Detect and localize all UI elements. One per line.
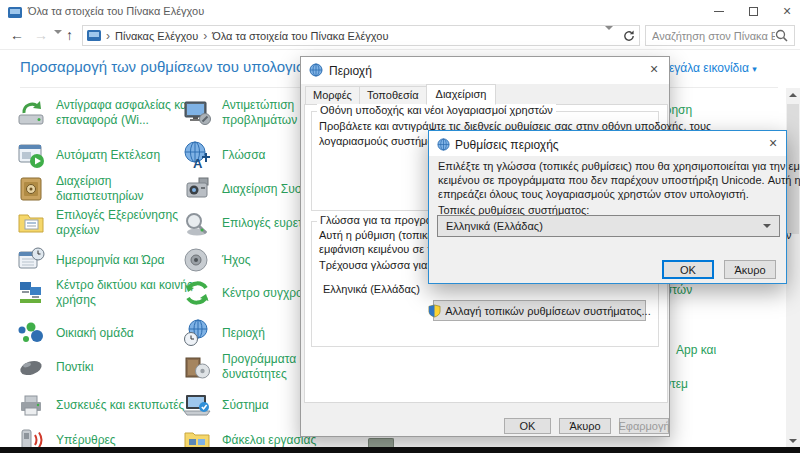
history-dropdown-button[interactable]: [54, 34, 62, 52]
control-panel-item[interactable]: AΓλώσσα: [182, 138, 266, 172]
date-time-icon: [16, 245, 46, 275]
svg-text:A: A: [193, 156, 203, 170]
maximize-button[interactable]: [737, 0, 769, 22]
autoplay-icon: [16, 140, 46, 170]
file-explorer-options-icon: [16, 208, 46, 238]
up-button[interactable]: ↑: [66, 28, 73, 42]
taskbar-edge: [0, 447, 800, 453]
network-sharing-center-icon: [16, 278, 46, 308]
programs-features-icon: [182, 352, 212, 382]
refresh-icon: [623, 30, 635, 42]
window-titlebar: Όλα τα στοιχεία του Πίνακα Ελέγχου ×: [0, 0, 800, 22]
sync-center-icon: [182, 278, 212, 308]
search-icon: [775, 29, 788, 42]
vertical-scrollbar[interactable]: [786, 88, 800, 447]
address-bar[interactable]: › Πίνακας Ελέγχου › Όλα τα στοιχεία του …: [82, 25, 640, 46]
tab-location[interactable]: Τοποθεσία: [359, 86, 427, 105]
partially-visible-item-icon: [368, 438, 394, 447]
search-placeholder: Αναζήτηση στον Πίνακα Ελέγ...: [652, 30, 775, 42]
control-panel-item[interactable]: Κέντρο δικτύου και κοινήςχρήσης: [16, 276, 193, 310]
chevron-down-icon: [605, 26, 613, 42]
region-dialog-tabs: Μορφές Τοποθεσία Διαχείριση: [305, 87, 495, 105]
system-locale-dropdown[interactable]: Ελληνικά (Ελλάδας): [437, 215, 780, 237]
control-panel-item-label: Διαχείρισηδιαπιστευτηρίων: [56, 174, 144, 204]
region-dialog-close-button[interactable]: ×: [641, 58, 667, 80]
control-panel-item[interactable]: Συσκευές και εκτυπωτές: [16, 388, 184, 422]
cancel-button[interactable]: Άκυρο: [724, 260, 776, 279]
control-panel-item-label[interactable]: App και: [676, 343, 716, 357]
globe-icon: [437, 137, 450, 155]
scroll-up-button[interactable]: [786, 88, 800, 101]
region-settings-dialog: Ρυθμίσεις περιοχής × Επιλέξτε τη γλώσσα …: [428, 130, 787, 284]
search-input[interactable]: Αναζήτηση στον Πίνακα Ελέγ...: [645, 25, 795, 46]
control-panel-item[interactable]: Διαχείρισηδιαπιστευτηρίων: [16, 172, 144, 206]
control-panel-item[interactable]: Οικιακή ομάδα: [16, 316, 134, 350]
tab-formats[interactable]: Μορφές: [305, 86, 360, 105]
control-panel-item[interactable]: Αντίγραφα ασφαλείας καιεπαναφορά (Wi...: [16, 96, 190, 130]
system-locale-value: Ελληνικά (Ελλάδας): [446, 220, 543, 232]
backup-restore-icon: [16, 98, 46, 128]
close-icon: ×: [650, 61, 658, 77]
control-panel-item[interactable]: Σύστημα: [182, 388, 269, 422]
uac-shield-icon: [428, 304, 441, 318]
ok-button[interactable]: OK: [662, 260, 714, 279]
breadcrumb-separator-icon: ›: [106, 29, 110, 43]
homegroup-icon: [16, 318, 46, 348]
control-panel-item[interactable]: Αντιμετώπισηπροβλημάτων: [182, 96, 297, 130]
sound-icon: [182, 245, 212, 275]
breadcrumb-current[interactable]: Όλα τα στοιχεία του Πίνακα Ελέγχου: [212, 30, 388, 42]
control-panel-item[interactable]: Επιλογές Εξερεύνησηςαρχείων: [16, 206, 178, 240]
control-panel-item-label: Ποντίκι: [56, 360, 93, 375]
chevron-down-icon: [54, 30, 62, 51]
minimize-button[interactable]: [703, 0, 735, 22]
change-system-locale-label: Αλλαγή τοπικών ρυθμίσεων συστήματος...: [445, 305, 650, 317]
minimize-icon: [714, 11, 724, 12]
control-panel-item[interactable]: Αυτόματη Εκτέλεση: [16, 138, 160, 172]
address-dropdown-button[interactable]: [605, 30, 613, 42]
chevron-down-icon: ▾: [752, 64, 757, 74]
current-language-value: Ελληνικά (Ελλάδας): [323, 283, 420, 295]
control-panel-item-label: Περιοχή: [222, 326, 265, 341]
control-panel-item[interactable]: Προγράμματα καιδυνατότητες: [182, 350, 315, 384]
region-dialog-titlebar: Περιοχή ×: [301, 57, 669, 84]
breadcrumb-root[interactable]: Πίνακας Ελέγχου: [115, 30, 198, 42]
settings-text-line2: κειμένου σε προγράμματα που δεν παρέχουν…: [438, 174, 800, 186]
close-button[interactable]: ×: [771, 0, 800, 22]
maximize-icon: [749, 7, 758, 16]
control-panel-item-label: Γλώσσα: [222, 148, 266, 163]
scroll-down-button[interactable]: [786, 434, 800, 447]
region-icon: [182, 318, 212, 348]
settings-dialog-close-button[interactable]: ×: [760, 132, 786, 154]
control-panel-icon: [8, 5, 22, 23]
control-panel-item[interactable]: Περιοχή: [182, 316, 265, 350]
control-panel-item-label: Οικιακή ομάδα: [56, 326, 134, 341]
settings-text-line3: επηρεάζει όλους τους λογαριασμούς χρηστώ…: [438, 188, 749, 200]
forward-button[interactable]: →: [34, 28, 48, 42]
breadcrumb-separator-icon: ›: [203, 29, 207, 43]
refresh-button[interactable]: [623, 30, 635, 42]
troubleshooting-icon: [182, 98, 212, 128]
indexing-options-icon: [182, 208, 212, 238]
control-panel-item[interactable]: Ήχος: [182, 243, 251, 277]
control-panel-item-label: Αυτόματη Εκτέλεση: [56, 148, 160, 163]
globe-icon: [309, 63, 323, 81]
control-panel-item[interactable]: Ημερομηνία και Ώρα: [16, 243, 165, 277]
window-title: Όλα τα στοιχεία του Πίνακα Ελέγχου: [28, 5, 204, 17]
view-by-dropdown[interactable]: Μεγάλα εικονίδια ▾: [659, 61, 757, 75]
navigation-toolbar: ← → ↑ › Πίνακας Ελέγχου › Όλα τα στοιχεί…: [0, 22, 800, 50]
chevron-down-icon: [763, 224, 771, 228]
apply-button[interactable]: Εφαρμογή: [619, 418, 669, 434]
change-system-locale-button[interactable]: Αλλαγή τοπικών ρυθμίσεων συστήματος...: [433, 300, 646, 321]
devices-printers-icon: [16, 390, 46, 420]
tab-administrative[interactable]: Διαχείριση: [426, 84, 497, 105]
back-button[interactable]: ←: [10, 28, 24, 42]
ok-button[interactable]: OK: [504, 418, 551, 434]
cancel-button[interactable]: Άκυρο: [559, 418, 611, 434]
control-panel-item-label: Κέντρο δικτύου και κοινήςχρήσης: [56, 278, 193, 308]
control-panel-item[interactable]: Ποντίκι: [16, 350, 93, 384]
system-icon: [182, 390, 212, 420]
device-manager-icon: [182, 174, 212, 204]
credential-manager-icon: [16, 174, 46, 204]
control-panel-icon: [87, 30, 101, 42]
control-panel-item-label: Αντίγραφα ασφαλείας καιεπαναφορά (Wi...: [56, 98, 190, 128]
